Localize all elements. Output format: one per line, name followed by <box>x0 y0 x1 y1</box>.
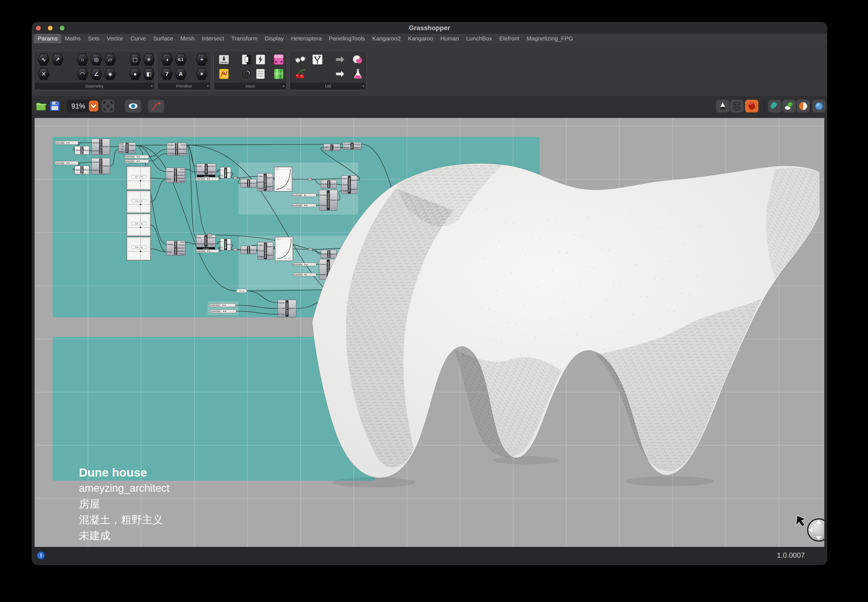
menu-tab-kangaroo[interactable]: Kangaroo <box>404 34 437 43</box>
gh-node-s12a[interactable]: Number Slider12 <box>124 155 149 158</box>
menu-tab-maths[interactable]: Maths <box>61 34 84 43</box>
gh-node-mv1[interactable]: GeometryMotionGeometryTransformMove <box>342 142 362 149</box>
vector-param-icon[interactable]: ↗ <box>51 53 64 66</box>
menu-tab-human[interactable]: Human <box>437 34 463 43</box>
gh-node-g2[interactable]: 0:10:1 <box>275 237 293 261</box>
gh-node-dom2[interactable]: Domain startDomain endDomainConstruct Do… <box>91 158 110 174</box>
window-titlebar[interactable]: Grasshopper <box>32 22 827 34</box>
gh-node-s12b[interactable]: Number Slider12 <box>124 160 149 163</box>
gh-node-bnd4[interactable]: NumbersDomainBounds <box>321 250 337 258</box>
menu-tab-vector[interactable]: Vector <box>103 34 127 43</box>
null-param-icon[interactable]: ✕ <box>37 68 50 80</box>
gh-node-capS[interactable]: Surface <box>236 289 247 293</box>
gh-node-md4[interactable]: 0.08 ; 0.50 <box>127 237 151 260</box>
box-param-icon[interactable]: ▢ <box>129 53 141 66</box>
gh-node-uz1[interactable]: FactorUnit vectorUnit Z <box>323 144 341 150</box>
gh-node-md3[interactable]: 0.45 ; 0.55 <box>127 214 151 236</box>
gh-node-s0a[interactable]: Number Slider0 <box>292 194 317 197</box>
gh-node-min1[interactable]: ABResultMinimum <box>220 167 232 178</box>
button-trigger-icon[interactable] <box>254 53 267 66</box>
knob-icon[interactable] <box>240 68 253 80</box>
gh-node-s15b[interactable]: Number Slider15 <box>196 249 219 253</box>
menu-tab-magnetizing_fpg[interactable]: Magnetizing_FPG <box>523 34 577 43</box>
gh-canvas[interactable]: Number Slider30ValueResultNegativeDomain… <box>35 118 824 547</box>
group-expand-icon[interactable]: ▾ <box>282 83 285 89</box>
data-param-icon[interactable]: ✶ <box>195 68 208 80</box>
zoom-dropdown-button[interactable] <box>89 100 98 112</box>
cherry-picker-icon[interactable] <box>294 68 307 80</box>
menu-tab-mesh[interactable]: Mesh <box>177 34 198 43</box>
mesh-param-icon[interactable]: ✳ <box>143 53 155 66</box>
gh-node-dom1[interactable]: Domain startDomain endDomainConstruct Do… <box>91 139 110 155</box>
menu-tab-surface[interactable]: Surface <box>149 34 176 43</box>
gh-node-eval2[interactable]: SurfacePointPointNormalU directionV dire… <box>166 241 186 256</box>
spiral-param-icon[interactable]: ◎ <box>90 53 103 66</box>
menu-tab-curve[interactable]: Curve <box>127 34 149 43</box>
alert-exclamation-icon[interactable]: ! <box>36 550 46 561</box>
gh-node-s50b[interactable]: Number Slider50 <box>210 310 237 313</box>
group-expand-icon[interactable]: ▾ <box>207 83 209 89</box>
gh-node-neg1[interactable]: ValueResultNegative <box>74 146 90 155</box>
point-param-icon[interactable]: + <box>195 53 208 66</box>
gh-node-s10b[interactable]: Number Slider10 <box>293 263 317 266</box>
twisted-box-param-icon[interactable]: ◧ <box>143 68 155 80</box>
preview-mode-wireframe-icon[interactable] <box>730 100 744 112</box>
preview-mode-shaded-icon[interactable] <box>745 100 758 112</box>
text-param-icon[interactable]: A <box>174 68 187 80</box>
menu-tab-panelingtools[interactable]: PanelingTools <box>325 34 369 43</box>
menu-tab-elefront[interactable]: Elefront <box>496 34 523 43</box>
gh-group-divide-sliders-subgroup[interactable] <box>208 301 239 315</box>
view-rotate-compass[interactable] <box>808 519 824 541</box>
boolean-param-icon[interactable]: ◑ <box>161 53 173 66</box>
number-param-icon[interactable]: 0.1 <box>174 53 187 66</box>
gh-node-rmp2[interactable]: ValueSourceTargetMappedClippedRemap Numb… <box>341 175 357 194</box>
relay-arrow-icon[interactable] <box>334 53 347 66</box>
display-orange-icon[interactable] <box>797 100 810 112</box>
gh-node-neg2[interactable]: ValueResultNegative <box>74 166 90 174</box>
gh-node-md1[interactable]: 0.97 ; 0.09 <box>127 166 151 190</box>
gh-node-dom3[interactable]: Domain startDomain endDomainConstruct Do… <box>319 190 338 210</box>
preview-eye-icon[interactable] <box>125 100 141 112</box>
integer-param-icon[interactable]: 7 <box>161 68 173 80</box>
gh-node-s40[interactable]: Number Slider40 <box>209 304 236 307</box>
panel-icon[interactable] <box>254 68 267 80</box>
menu-tab-display[interactable]: Display <box>261 34 287 43</box>
gh-node-r3[interactable] <box>233 249 238 251</box>
gh-node-pull2[interactable]: PointGeometryClosest PointDistancePull P… <box>196 235 216 250</box>
polyline-param-icon[interactable]: ∠ <box>90 68 103 80</box>
gh-node-eval1[interactable]: SurfacePointPointNormalU directionV dire… <box>166 168 186 183</box>
gh-node-md2[interactable]: 1.0 ; 0.52 <box>127 191 151 213</box>
data-dam-arrow-icon[interactable] <box>334 68 347 80</box>
boolean-toggle-icon[interactable] <box>240 53 253 66</box>
gh-node-min2[interactable]: ABResultMinimum <box>220 239 232 250</box>
menu-tab-heteroptera[interactable]: Heteroptera <box>287 34 325 43</box>
gh-node-s55[interactable]: Number Slider55 <box>55 161 79 165</box>
gh-node-s15a[interactable]: Number Slider15 <box>195 177 219 181</box>
menu-tab-sets[interactable]: Sets <box>84 34 103 43</box>
menu-tab-lunchbox[interactable]: LunchBox <box>463 34 495 43</box>
gh-node-divsrf[interactable]: SurfaceU CountV CountPointsNormalsParame… <box>166 143 187 156</box>
arc-param-icon[interactable]: ◠ <box>76 68 89 80</box>
tree-branch-icon[interactable] <box>311 53 324 66</box>
menu-tab-intersect[interactable]: Intersect <box>198 34 228 43</box>
gh-node-s0b[interactable]: Number Slider0 <box>293 273 317 276</box>
gh-node-rect1[interactable]: PlaneX SizeY SizeRadiusRectangleLengthRe… <box>118 143 136 153</box>
gh-node-pull1[interactable]: PointGeometryClosest PointDistancePull P… <box>196 164 216 178</box>
gh-node-rmp1[interactable]: ValueSourceTargetMappedClippedRemap Numb… <box>257 174 273 191</box>
plane-param-icon[interactable]: ▱ <box>104 53 117 66</box>
glasses-remote-icon[interactable] <box>294 53 307 66</box>
gh-node-r2[interactable] <box>308 178 312 181</box>
gh-node-r4[interactable] <box>308 248 313 250</box>
group-expand-icon[interactable]: ▾ <box>150 83 152 89</box>
menu-tab-kangaroo2[interactable]: Kangaroo2 <box>369 34 404 43</box>
gh-node-bnd1[interactable]: NumbersDomainBounds <box>240 179 257 187</box>
surface-param-icon[interactable]: ● <box>129 68 141 80</box>
display-blue-icon[interactable] <box>812 100 826 112</box>
display-teal-icon[interactable] <box>768 100 781 112</box>
gh-node-rmp3[interactable]: ValueSourceTargetMappedClippedRemap Numb… <box>257 242 274 260</box>
menu-tab-params[interactable]: Params <box>34 34 61 43</box>
sketch-pen-icon[interactable] <box>148 100 164 112</box>
gh-node-s50a[interactable]: Number Slider50 <box>292 204 317 207</box>
gh-node-g1[interactable]: 0:10:1 <box>274 167 293 191</box>
gh-node-rA[interactable] <box>208 234 212 236</box>
